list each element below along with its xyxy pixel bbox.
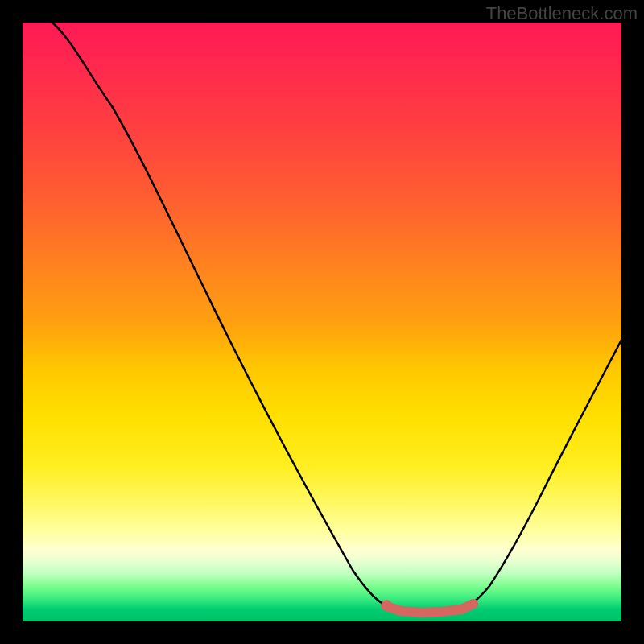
bottleneck-curve xyxy=(52,23,621,613)
optimal-start-dot-icon xyxy=(381,600,392,611)
optimal-highlight-icon xyxy=(389,604,473,613)
watermark-text: TheBottleneck.com xyxy=(486,3,638,24)
chart-container: TheBottleneck.com xyxy=(0,0,644,644)
curve-svg xyxy=(23,23,621,621)
gradient-background xyxy=(23,23,621,621)
